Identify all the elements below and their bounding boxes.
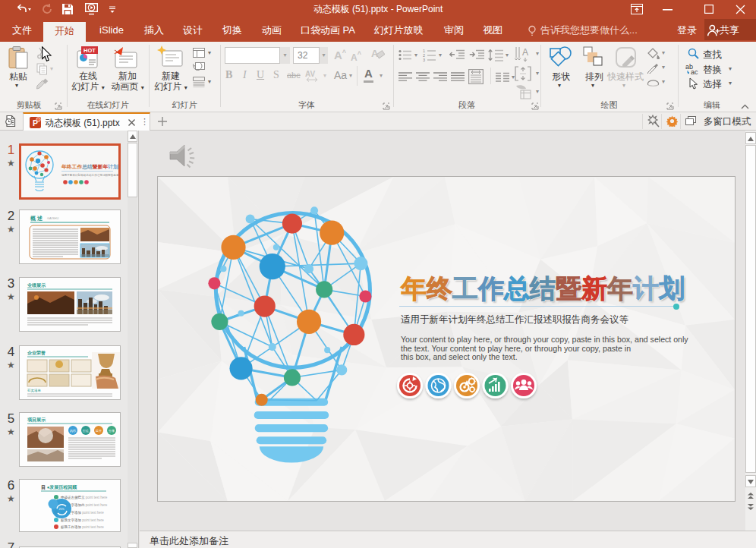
svg-text:项目展示: 项目展示	[27, 417, 46, 423]
svg-text:获奖清单: 获奖清单	[27, 389, 42, 392]
svg-text:3: 3	[423, 58, 425, 61]
svg-text:提升: 提升	[96, 429, 102, 433]
svg-text:目 ●发展历程回顾: 目 ●发展历程回顾	[41, 484, 77, 490]
svg-text:业绩展示: 业绩展示	[27, 282, 46, 288]
svg-text:HOT: HOT	[83, 47, 96, 54]
svg-text:标题文字添加 point text here: 标题文字添加 point text here	[60, 518, 104, 523]
svg-text:GAISHU: GAISHU	[47, 216, 58, 220]
svg-text:AV: AV	[305, 70, 315, 78]
svg-text:申请证左侧提示 point text here: 申请证左侧提示 point text here	[61, 495, 108, 500]
svg-text:概 述: 概 述	[30, 216, 43, 222]
svg-text:年终工作总结暨新年计划: 年终工作总结暨新年计划	[61, 164, 118, 170]
svg-text:25%: 25%	[58, 508, 64, 511]
svg-text:ac: ac	[691, 68, 698, 75]
svg-text:分享: 分享	[109, 429, 115, 433]
svg-text:适用于新年计划年终总结工作汇报述职报告商务会议等: 适用于新年计划年终总结工作汇报述职报告商务会议等	[61, 173, 118, 177]
svg-text:A: A	[522, 47, 528, 58]
svg-text:企业荣誉: 企业荣誉	[27, 350, 46, 356]
svg-text:标题工作添加 point text here: 标题工作添加 point text here	[60, 524, 104, 530]
svg-text:内容: 内容	[70, 429, 76, 433]
